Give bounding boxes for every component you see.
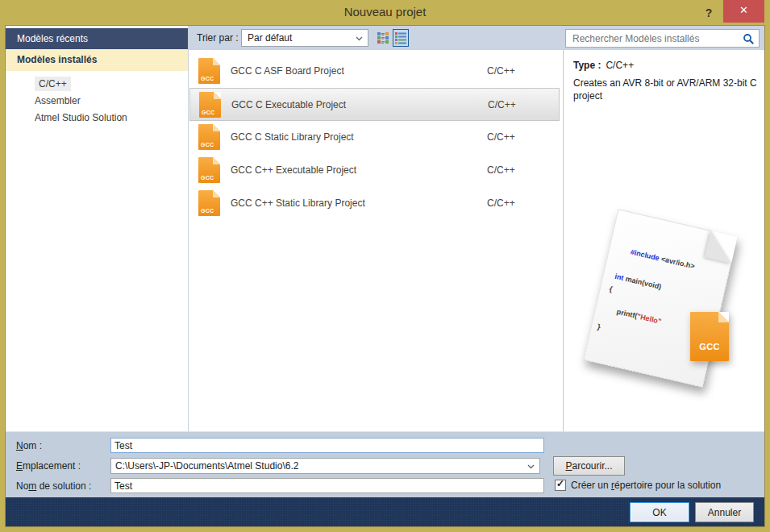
sort-by-value: Par défaut (248, 32, 292, 44)
solution-name-input[interactable] (110, 478, 544, 493)
search-input[interactable] (566, 30, 742, 47)
create-directory-label[interactable]: Créer un répertoire pour la solution (571, 478, 721, 493)
location-combobox[interactable]: C:\Users\-JP-\Documents\Atmel Studio\6.2 (110, 458, 540, 474)
gcc-icon-label: GCC (690, 342, 729, 351)
close-button[interactable]: ✕ (723, 0, 764, 23)
new-project-dialog: Nouveau projet ? ✕ Modèles récents Modèl… (0, 0, 770, 532)
name-label: Nom : (16, 438, 42, 453)
sort-by-dropdown[interactable]: Par défaut (241, 29, 368, 47)
template-row[interactable]: GCC GCC C ASF Board Project C/C++ (189, 55, 560, 88)
template-row[interactable]: GCC GCC C++ Executable Project C/C++ (189, 154, 560, 187)
template-category: C/C++ (487, 55, 515, 88)
sidebar: Modèles récents Modèles installés C/C++ … (6, 26, 188, 431)
search-icon[interactable] (743, 33, 755, 45)
template-category: C/C++ (487, 187, 515, 220)
template-name: GCC C++ Executable Project (231, 154, 356, 187)
ok-button[interactable]: OK (630, 502, 689, 522)
tree-item-label: C/C++ (35, 77, 71, 91)
cancel-button[interactable]: Annuler (695, 502, 754, 522)
gcc-icon-label: GCC (201, 76, 214, 81)
gcc-file-icon: GCC (198, 58, 220, 84)
location-label: Emplacement : (16, 459, 81, 473)
name-input[interactable] (110, 438, 544, 453)
chevron-down-icon (356, 36, 363, 41)
folded-corner-icon (705, 231, 738, 264)
check-icon: ✓ (556, 478, 564, 489)
template-description: Creates an AVR 8-bit or AVR/ARM 32-bit C… (573, 77, 759, 102)
template-category: C/C++ (488, 89, 516, 122)
template-list: GCC GCC C ASF Board Project C/C++ GCC GC… (189, 50, 563, 431)
gcc-icon-label: GCC (201, 208, 214, 214)
gcc-file-icon: GCC (198, 124, 220, 150)
type-line: Type :C/C++ (573, 60, 634, 71)
template-name: GCC C ASF Board Project (231, 55, 344, 88)
create-directory-checkbox[interactable]: ✓ (555, 480, 566, 491)
medium-icons-icon (377, 32, 389, 44)
gcc-icon-label: GCC (202, 110, 214, 115)
chevron-down-icon (527, 464, 535, 469)
template-row-selected[interactable]: GCC GCC C Executable Project C/C++ (189, 88, 560, 121)
gcc-file-icon-large: GCC (690, 312, 729, 361)
tree-item-c-cpp[interactable]: C/C++ (6, 76, 188, 93)
tree-item-assembler[interactable]: Assembler (6, 93, 188, 110)
gcc-icon-label: GCC (201, 142, 214, 148)
template-name: GCC C Executable Project (231, 89, 346, 122)
medium-icons-view-button[interactable] (375, 29, 391, 47)
button-bar: OK Annuler (6, 497, 764, 526)
gcc-file-icon: GCC (198, 157, 220, 183)
title-bar[interactable]: Nouveau projet ? ✕ (0, 0, 770, 26)
tree-item-label: Atmel Studio Solution (35, 112, 127, 123)
details-panel: Type :C/C++ Creates an AVR 8-bit or AVR/… (564, 50, 764, 431)
template-name: GCC C Static Library Project (231, 121, 354, 154)
template-name: GCC C++ Static Library Project (231, 187, 365, 220)
sidebar-item-recent-templates[interactable]: Modèles récents (6, 28, 188, 49)
browse-button[interactable]: Parcourir... (553, 456, 625, 476)
solution-name-label: Nom de solution : (16, 479, 91, 493)
type-label: Type : (573, 60, 601, 71)
gcc-icon-label: GCC (201, 175, 214, 181)
gcc-file-icon: GCC (199, 92, 221, 118)
tree-item-label: Assembler (35, 95, 81, 106)
template-category: C/C++ (487, 121, 515, 154)
small-icons-icon (395, 32, 406, 44)
small-icons-view-button[interactable] (393, 29, 409, 47)
type-value: C/C++ (606, 60, 634, 71)
toolbar: Trier par : Par défaut (189, 26, 764, 50)
tree-item-atmel-studio-solution[interactable]: Atmel Studio Solution (6, 110, 188, 127)
template-row[interactable]: GCC GCC C++ Static Library Project C/C++ (189, 187, 560, 220)
dialog-title: Nouveau projet (0, 5, 770, 19)
location-value: C:\Users\-JP-\Documents\Atmel Studio\6.2 (115, 460, 298, 472)
dialog-content: Modèles récents Modèles installés C/C++ … (6, 26, 764, 526)
sort-by-label: Trier par : (197, 26, 239, 50)
template-category: C/C++ (487, 154, 515, 187)
gcc-file-icon: GCC (198, 190, 220, 216)
sidebar-item-installed-templates[interactable]: Modèles installés (6, 49, 188, 71)
help-button[interactable]: ? (699, 3, 718, 23)
search-box (565, 29, 760, 48)
template-row[interactable]: GCC GCC C Static Library Project C/C++ (189, 121, 560, 154)
template-category-tree: C/C++ Assembler Atmel Studio Solution (6, 76, 188, 127)
project-form: Nom : Emplacement : C:\Users\-JP-\Docume… (6, 431, 764, 497)
